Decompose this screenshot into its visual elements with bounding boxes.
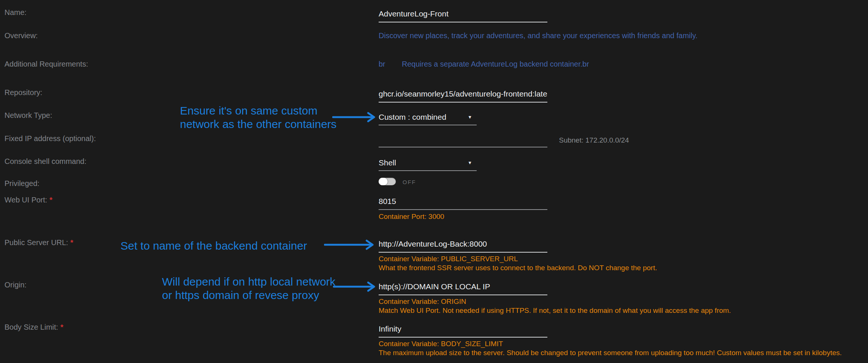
container-variable-note: Container Variable: PUBLIC_SERVER_URL <box>379 255 518 263</box>
network-type-value: Custom : combined <box>379 112 446 122</box>
network-type-select[interactable]: Custom : combined ▼ <box>379 112 477 125</box>
annotation-origin: Will depend if on http local network or … <box>162 275 336 302</box>
annotation-line: Will depend if on http local network <box>162 275 336 289</box>
privileged-toggle[interactable] <box>379 178 396 185</box>
body-size-limit-label: Body Size Limit:* <box>4 323 63 332</box>
repository-label: Repository: <box>4 88 42 97</box>
annotation-arrow-icon <box>324 239 375 250</box>
fixed-ip-label: Fixed IP address (optional): <box>4 134 96 143</box>
body-size-limit-input[interactable] <box>379 324 547 338</box>
required-asterisk: * <box>70 238 73 247</box>
origin-label: Origin: <box>4 281 27 289</box>
chevron-down-icon: ▼ <box>468 112 472 122</box>
public-server-url-label: Public Server URL:* <box>4 238 73 247</box>
webui-port-input[interactable] <box>379 196 547 210</box>
container-port-note: Container Port: 3000 <box>379 213 444 221</box>
fixed-ip-input[interactable] <box>379 134 547 147</box>
annotation-arrow-icon <box>332 112 376 123</box>
annotation-line: network as the other containers <box>180 118 337 131</box>
name-label: Name: <box>4 8 27 17</box>
toggle-state-label: OFF <box>403 179 416 185</box>
chevron-down-icon: ▼ <box>468 158 472 168</box>
public-server-url-input[interactable] <box>379 239 547 253</box>
container-variable-note: Container Variable: BODY_SIZE_LIMIT <box>379 340 503 348</box>
overview-text: Discover new places, track your adventur… <box>379 31 697 40</box>
field-description: Match Web UI Port. Not needed if using H… <box>379 306 731 315</box>
overview-label: Overview: <box>4 31 38 40</box>
required-asterisk: * <box>60 323 63 331</box>
name-input[interactable] <box>379 9 547 22</box>
origin-input[interactable] <box>379 282 547 295</box>
annotation-public-server-url: Set to name of the backend container <box>120 239 307 253</box>
field-description: What the frontend SSR server uses to con… <box>379 264 657 272</box>
additional-requirements-prefix: br <box>379 60 385 68</box>
repository-input[interactable] <box>379 89 547 103</box>
required-asterisk: * <box>49 196 52 204</box>
console-shell-label: Console shell command: <box>4 157 86 166</box>
additional-requirements-label: Additional Requirements: <box>4 60 88 68</box>
subnet-note: Subnet: 172.20.0.0/24 <box>559 136 629 144</box>
annotation-line: Ensure it's on same custom <box>180 104 337 118</box>
annotation-line: or https domain of revese proxy <box>162 289 336 302</box>
docker-template-form: Name: Overview: Discover new places, tra… <box>0 0 868 363</box>
additional-requirements-text: Requires a separate AdventureLog backend… <box>402 60 589 68</box>
annotation-network: Ensure it's on same custom network as th… <box>180 104 337 131</box>
console-shell-select[interactable]: Shell ▼ <box>379 158 477 171</box>
container-variable-note: Container Variable: ORIGIN <box>379 298 466 306</box>
toggle-knob <box>379 178 388 185</box>
annotation-line: Set to name of the backend container <box>120 239 307 253</box>
webui-port-label: Web UI Port:* <box>4 196 52 204</box>
privileged-label: Privileged: <box>4 179 39 188</box>
annotation-arrow-icon <box>333 281 376 292</box>
network-type-label: Network Type: <box>4 111 52 120</box>
console-shell-value: Shell <box>379 158 396 168</box>
field-description: The maximum upload size to the server. S… <box>379 349 842 357</box>
